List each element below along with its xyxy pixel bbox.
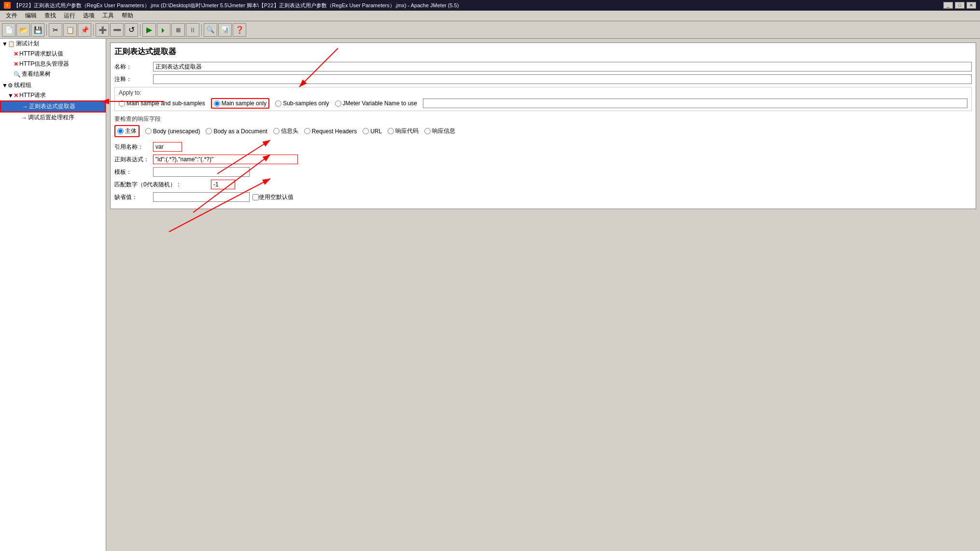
panel: 正则表达式提取器 名称： 注释： Apply to: Main sample a… xyxy=(110,42,976,209)
app-icon: ! xyxy=(4,2,11,9)
expand-icon-debug xyxy=(15,114,20,121)
tree-icon-http-request: ✕ xyxy=(14,92,18,99)
toolbar-save[interactable]: 💾 xyxy=(31,23,44,37)
tree-icon-regex: → xyxy=(22,103,28,110)
toolbar-run[interactable]: ▶ xyxy=(142,23,156,37)
use-empty-default-checkbox[interactable] xyxy=(252,194,259,200)
radio-info-head-input[interactable] xyxy=(273,128,280,134)
expand-icon-http-req: ▼ xyxy=(8,92,13,99)
radio-info-head[interactable]: 信息头 xyxy=(273,127,298,135)
expand-icon-thread: ▼ xyxy=(2,82,7,89)
name-row: 名称： xyxy=(114,62,972,71)
sidebar-item-http-header[interactable]: ✕ HTTP信息头管理器 xyxy=(0,59,106,69)
radio-body-document[interactable]: Body as a Document xyxy=(206,128,267,135)
menu-find[interactable]: 查找 xyxy=(41,11,60,21)
toolbar-search[interactable]: 🔍 xyxy=(204,23,217,37)
toolbar-open[interactable]: 📂 xyxy=(16,23,30,37)
jmeter-var-input[interactable] xyxy=(423,99,967,108)
content-area: 正则表达式提取器 名称： 注释： Apply to: Main sample a… xyxy=(106,39,980,551)
regex-label: 正则表达式： xyxy=(114,155,153,164)
default-input[interactable] xyxy=(153,192,250,202)
sidebar-item-test-plan[interactable]: ▼ 📋 测试计划 xyxy=(0,39,106,49)
tree-icon-http-header: ✕ xyxy=(14,61,18,68)
menu-edit[interactable]: 编辑 xyxy=(21,11,41,21)
toolbar-sep-3 xyxy=(140,24,140,36)
sidebar-item-regex-extractor[interactable]: → 正则表达式提取器 xyxy=(0,100,106,113)
toolbar-paste[interactable]: 📌 xyxy=(78,23,91,37)
menu-help[interactable]: 帮助 xyxy=(118,11,137,21)
toolbar-help[interactable]: ❓ xyxy=(233,23,246,37)
radio-main-only[interactable]: Main sample only xyxy=(211,98,269,109)
toolbar-cut[interactable]: ✂ xyxy=(49,23,62,37)
match-no-input[interactable] xyxy=(211,180,235,189)
radio-response-code-input[interactable] xyxy=(388,128,394,134)
tree-label-thread-group: 线程组 xyxy=(14,81,31,89)
radio-response-info-input[interactable] xyxy=(424,128,431,134)
sidebar-item-thread-group[interactable]: ▼ ⚙ 线程组 xyxy=(0,80,106,90)
menu-options[interactable]: 选项 xyxy=(79,11,98,21)
radio-jmeter-var[interactable]: JMeter Variable Name to use xyxy=(335,100,418,107)
title-bar: ! 【P22】正则表达式用户参数（RegEx User Parameters）.… xyxy=(0,0,980,11)
radio-request-headers-input[interactable] xyxy=(304,128,310,134)
sidebar-item-http-request[interactable]: ▼ ✕ HTTP请求 xyxy=(0,90,106,100)
toolbar-run-no-pause[interactable]: ⏵ xyxy=(157,23,170,37)
ref-name-input[interactable] xyxy=(153,142,182,152)
sidebar-item-view-results[interactable]: 🔍 查看结果树 xyxy=(0,69,106,79)
toolbar-clear[interactable]: 📊 xyxy=(218,23,232,37)
radio-main-sub-input[interactable] xyxy=(119,100,125,107)
menu-bar: 文件 编辑 查找 运行 选项 工具 帮助 xyxy=(0,11,980,21)
close-button[interactable]: ✕ xyxy=(966,2,976,9)
radio-body-unescaped-input[interactable] xyxy=(145,128,152,134)
radio-url[interactable]: URL xyxy=(363,128,382,135)
use-empty-default-label[interactable]: 使用空默认值 xyxy=(259,193,294,201)
toolbar-shutdown[interactable]: ⏸ xyxy=(186,23,199,37)
radio-sub-only-input[interactable] xyxy=(275,100,281,107)
regex-input[interactable] xyxy=(153,155,298,164)
toolbar-sep-2 xyxy=(93,24,94,36)
tree-label-test-plan: 测试计划 xyxy=(16,40,39,48)
window-controls[interactable]: _ □ ✕ xyxy=(943,2,976,9)
radio-main-sub-label: Main sample and sub-samples xyxy=(126,100,205,107)
radio-main-sub[interactable]: Main sample and sub-samples xyxy=(119,100,205,107)
ref-name-label: 引用名称： xyxy=(114,143,153,151)
toolbar-stop[interactable]: ⏹ xyxy=(171,23,185,37)
sidebar-item-http-default[interactable]: ✕ HTTP请求默认值 xyxy=(0,49,106,59)
maximize-button[interactable]: □ xyxy=(955,2,965,9)
template-input[interactable] xyxy=(153,167,250,177)
radio-request-headers[interactable]: Request Headers xyxy=(304,128,357,135)
radio-jmeter-var-input[interactable] xyxy=(335,100,341,107)
tree-label-view-results: 查看结果树 xyxy=(22,70,51,78)
radio-main-only-input[interactable] xyxy=(214,100,220,107)
radio-response-info[interactable]: 响应信息 xyxy=(424,127,455,135)
toolbar-copy[interactable]: 📋 xyxy=(63,23,77,37)
toolbar-undo[interactable]: ↺ xyxy=(125,23,138,37)
comment-row: 注释： xyxy=(114,74,972,84)
radio-body-document-input[interactable] xyxy=(206,128,212,134)
toolbar: 📄 📂 💾 ✂ 📋 📌 ➕ ➖ ↺ ▶ ⏵ ⏹ ⏸ 🔍 📊 ❓ xyxy=(0,21,980,39)
radio-sub-only[interactable]: Sub-samples only xyxy=(275,100,329,107)
toolbar-sep-1 xyxy=(46,24,47,36)
template-label: 模板： xyxy=(114,168,153,176)
radio-body-unescaped-label: Body (unescaped) xyxy=(153,128,200,135)
menu-run[interactable]: 运行 xyxy=(60,11,79,21)
regex-row: 正则表达式： xyxy=(114,155,972,164)
radio-body[interactable]: 主体 xyxy=(114,125,140,137)
menu-tools[interactable]: 工具 xyxy=(98,11,118,21)
name-input[interactable] xyxy=(153,62,972,71)
comment-input[interactable] xyxy=(153,74,972,84)
radio-main-only-label: Main sample only xyxy=(222,100,266,107)
menu-file[interactable]: 文件 xyxy=(2,11,21,21)
radio-response-code-label: 响应代码 xyxy=(395,127,419,135)
minimize-button[interactable]: _ xyxy=(943,2,953,9)
radio-url-input[interactable] xyxy=(363,128,369,134)
expand-icon-empty xyxy=(8,51,13,57)
match-no-label: 匹配数字（0代表随机）： xyxy=(114,181,211,189)
toolbar-new[interactable]: 📄 xyxy=(2,23,15,37)
radio-body-input[interactable] xyxy=(117,128,124,134)
radio-body-label: 主体 xyxy=(125,127,137,135)
sidebar-item-debug[interactable]: → 调试后置处理程序 xyxy=(0,113,106,123)
toolbar-add[interactable]: ➕ xyxy=(96,23,109,37)
radio-body-unescaped[interactable]: Body (unescaped) xyxy=(145,128,200,135)
radio-response-code[interactable]: 响应代码 xyxy=(388,127,419,135)
toolbar-remove[interactable]: ➖ xyxy=(110,23,124,37)
